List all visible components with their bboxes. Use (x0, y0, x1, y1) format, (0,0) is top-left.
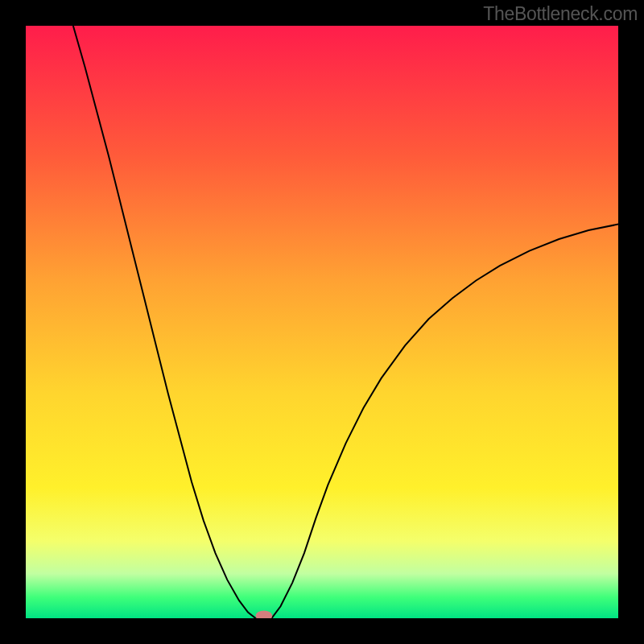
plot-area (26, 26, 618, 618)
chart-frame: TheBottleneck.com (0, 0, 644, 644)
watermark-text: TheBottleneck.com (483, 3, 638, 25)
chart-svg (26, 26, 618, 618)
chart-background (26, 26, 618, 618)
